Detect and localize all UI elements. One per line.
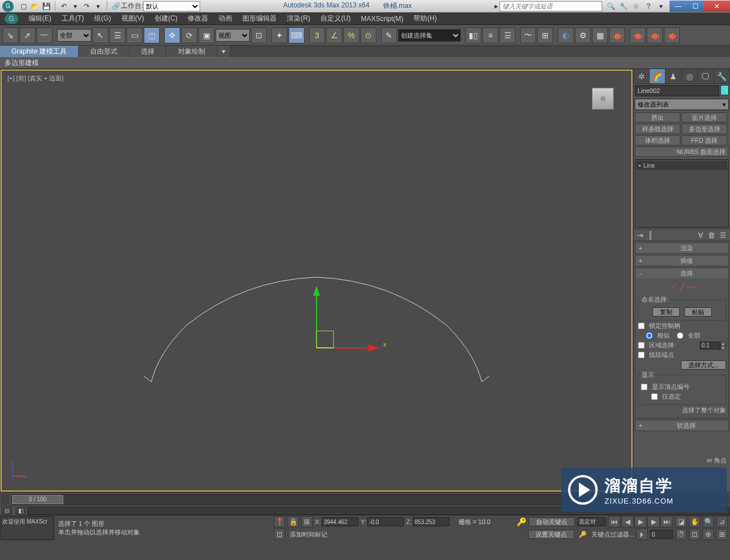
snap-3-button[interactable]: 3 [309, 27, 325, 43]
area-up[interactable]: ▴ [720, 342, 726, 346]
star-icon[interactable]: ☆ [631, 1, 641, 11]
next-frame-button[interactable]: ▶ [647, 516, 660, 527]
object-color-swatch[interactable] [720, 85, 729, 95]
edit-named-sel-button[interactable]: ✎ [381, 27, 397, 43]
zoom-extents-button[interactable]: ⊡ [689, 529, 700, 540]
similar-radio[interactable] [646, 332, 653, 339]
fov-button[interactable]: ⊿ [716, 516, 728, 527]
track-mini-icon[interactable]: ⊟ [1, 507, 13, 515]
cmd-tab-create[interactable]: ✲ [634, 69, 650, 83]
bind-button[interactable]: 〰 [36, 27, 52, 43]
link-icon[interactable]: 🔗 [111, 1, 121, 11]
area-down[interactable]: ▾ [720, 346, 726, 350]
unlink-button[interactable]: ⇗ [19, 27, 35, 43]
select-object-button[interactable]: ↖ [92, 27, 108, 43]
ribbon-poly-model[interactable]: 多边形建模 [5, 58, 39, 68]
layers-button[interactable]: ☰ [500, 27, 516, 43]
abs-rel-button[interactable]: ⊞ [301, 516, 313, 527]
prev-frame-button[interactable]: ◀ [621, 516, 634, 527]
key-filter-button[interactable]: 关键点过滤器... [591, 530, 634, 539]
lock-button[interactable]: 🔒 [287, 516, 299, 527]
only-sel-check[interactable] [651, 393, 658, 400]
menu-custom[interactable]: 自定义(U) [321, 14, 351, 23]
new-icon[interactable]: ▢ [18, 1, 29, 11]
open-icon[interactable]: 📂 [30, 1, 40, 11]
zoom-button[interactable]: 🔍 [703, 516, 714, 527]
material-editor-button[interactable]: ◐ [558, 27, 574, 43]
select-name-button[interactable]: ☰ [110, 27, 125, 43]
goto-start-button[interactable]: ⏮ [608, 516, 620, 527]
max-viewport-button[interactable]: ⊞ [716, 529, 728, 540]
move-button[interactable]: ✥ [164, 27, 180, 43]
stack-item-line[interactable]: ▪ Line [636, 161, 727, 170]
redo-icon[interactable]: ↷ [82, 1, 92, 11]
undo-drop-icon[interactable]: ▾ [70, 1, 80, 11]
menu-modifier[interactable]: 修改器 [188, 14, 208, 23]
comm-icon[interactable]: 🔧 [618, 1, 628, 11]
help-icon[interactable]: ? [643, 1, 654, 11]
search-icon[interactable]: 🔍 [606, 1, 616, 11]
menu-create[interactable]: 创建(C) [155, 14, 178, 23]
cmd-tab-display[interactable]: 🖵 [698, 69, 714, 83]
timeline-toggle[interactable] [1, 494, 9, 505]
frame-input[interactable] [650, 530, 673, 539]
ribbon-expand-icon[interactable]: ▾ [217, 46, 230, 57]
ribbon-tab-freeform[interactable]: 自由形式 [79, 46, 129, 57]
rollout-render[interactable]: +渲染 [635, 243, 728, 253]
menu-view[interactable]: 视图(V) [121, 14, 144, 23]
ribbon-tab-graphite[interactable]: Graphite 建模工具 [0, 46, 79, 57]
cmd-tab-modify[interactable]: 🌈 [650, 69, 666, 83]
mod-btn-poly-sel[interactable]: 多边形选择 [682, 124, 727, 134]
cmd-tab-hierarchy[interactable]: ♟ [666, 69, 682, 83]
subobj-vertex-icon[interactable]: ⋰ [668, 283, 676, 292]
sel-method-button[interactable]: 选择方式... [681, 360, 726, 370]
render-button[interactable]: 🫖 [609, 27, 625, 43]
undo-icon[interactable]: ↶ [59, 1, 69, 11]
scale-button[interactable]: ▣ [198, 27, 214, 43]
show-vnum-check[interactable] [641, 384, 648, 391]
redo-drop-icon[interactable]: ▾ [93, 1, 103, 11]
render-active-button[interactable]: 🫖 [664, 27, 680, 43]
seg-end-check[interactable] [638, 352, 645, 359]
menu-graph[interactable]: 图形编辑器 [242, 14, 277, 23]
rollout-selection[interactable]: -选择 [635, 268, 728, 278]
keyboard-shortcut-button[interactable]: ⌨ [289, 27, 305, 43]
pivot-button[interactable]: ⊡ [251, 27, 267, 43]
mod-btn-extrude[interactable]: 挤出 [635, 112, 680, 123]
track-keys-icon[interactable]: ◧ [15, 507, 26, 515]
rollout-interp[interactable]: +插值 [635, 255, 728, 266]
orbit-button[interactable]: ⊕ [703, 529, 714, 540]
menu-tools[interactable]: 工具(T) [62, 14, 84, 23]
mod-btn-ffd-sel[interactable]: FFD 选择 [682, 135, 727, 145]
menu-render[interactable]: 渲染(R) [287, 14, 310, 23]
area-sel-check[interactable] [638, 342, 645, 349]
schematic-button[interactable]: ⊞ [537, 27, 553, 43]
save-icon[interactable]: 💾 [41, 1, 51, 11]
modifier-stack[interactable]: ▪ Line [635, 159, 729, 228]
maximize-button[interactable]: ☐ [687, 1, 704, 12]
ribbon-tab-selection[interactable]: 选择 [129, 46, 167, 57]
app-menu-icon[interactable]: G [5, 14, 18, 24]
x-coord-input[interactable] [322, 517, 358, 526]
mod-btn-spline-sel[interactable]: 样条线选择 [635, 124, 680, 134]
ribbon-tab-paint[interactable]: 对象绘制 [167, 46, 217, 57]
configure-icon[interactable]: ☰ [720, 231, 727, 240]
angle-snap-button[interactable]: ∠ [326, 27, 342, 43]
named-selection-set[interactable]: 创建选择集 [398, 29, 461, 42]
menu-edit[interactable]: 编辑(E) [29, 14, 51, 23]
isolate-button[interactable]: ◪ [675, 516, 687, 527]
paste-button[interactable]: 粘贴 [684, 307, 712, 316]
render-frame-button[interactable]: ▦ [592, 27, 608, 43]
key-filter-icon[interactable]: 🔑 [579, 531, 587, 538]
add-time-tag[interactable]: 添加时间标记 [290, 530, 327, 539]
workspace-select[interactable]: 默认 [143, 1, 200, 11]
area-value-input[interactable] [700, 342, 720, 350]
rollout-softsel[interactable]: +软选择 [635, 420, 728, 431]
viewport-front[interactable]: [+] [前] [真实 + 边面] 前 x zx [1, 70, 632, 492]
mod-btn-face-sel[interactable]: 面片选择 [682, 112, 727, 123]
close-button[interactable]: ✕ [704, 1, 730, 12]
set-key-button[interactable]: 设置关键点 [528, 530, 574, 539]
selection-filter[interactable]: 全部 [57, 29, 91, 42]
y-coord-input[interactable] [367, 517, 404, 526]
mod-btn-nurbs[interactable]: NURBS 曲面选择 [635, 147, 728, 157]
